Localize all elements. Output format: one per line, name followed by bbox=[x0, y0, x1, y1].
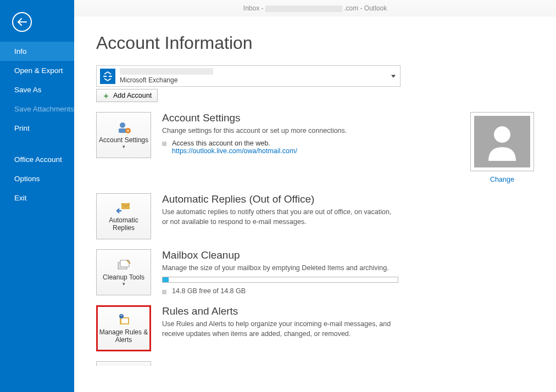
account-settings-icon bbox=[116, 121, 131, 134]
window-titlebar: Inbox - .com - Outlook bbox=[74, 0, 556, 16]
back-button[interactable] bbox=[12, 12, 32, 32]
svg-point-6 bbox=[494, 126, 510, 143]
cleanup-tools-icon bbox=[116, 258, 131, 271]
section-title: Rules and Alerts bbox=[162, 305, 534, 317]
title-suffix: .com - Outlook bbox=[344, 4, 387, 12]
chevron-down-icon: ▾ bbox=[123, 144, 125, 149]
storage-fill bbox=[163, 277, 169, 282]
arrow-left-icon bbox=[17, 18, 27, 26]
sidebar-item-label: Exit bbox=[14, 194, 27, 202]
section-rules-alerts: Manage Rules & Alerts Rules and Alerts U… bbox=[96, 305, 534, 351]
sidebar-item-options[interactable]: Options bbox=[0, 169, 74, 188]
sidebar-item-label: Save As bbox=[14, 86, 42, 94]
tile-label: Cleanup Tools bbox=[103, 273, 144, 281]
tile-label: Automatic Replies bbox=[98, 216, 149, 232]
web-access-text: Access this account on the web. bbox=[172, 139, 297, 147]
storage-free-text: 14.8 GB free of 14.8 GB bbox=[172, 287, 246, 295]
section-desc: Use automatic replies to notify others t… bbox=[162, 208, 398, 227]
sidebar-item-label: Options bbox=[14, 175, 40, 183]
sidebar-item-info[interactable]: Info bbox=[0, 42, 74, 61]
page-title: Account Information bbox=[96, 33, 534, 53]
automatic-replies-icon bbox=[116, 201, 131, 214]
bullet-icon bbox=[162, 142, 166, 146]
sidebar-item-label: Info bbox=[14, 47, 27, 55]
automatic-replies-tile[interactable]: Automatic Replies bbox=[96, 193, 151, 239]
section-cutoff bbox=[96, 361, 534, 366]
svg-rect-11 bbox=[121, 318, 128, 323]
section-title: Automatic Replies (Out of Office) bbox=[162, 193, 534, 205]
sidebar-item-print[interactable]: Print bbox=[0, 119, 74, 138]
svg-point-12 bbox=[119, 314, 124, 318]
storage-bar bbox=[162, 277, 398, 283]
add-account-button[interactable]: ＋ Add Account bbox=[96, 89, 158, 102]
svg-rect-13 bbox=[121, 315, 123, 316]
chevron-down-icon bbox=[391, 75, 396, 77]
rules-alerts-icon bbox=[116, 313, 131, 326]
section-account-settings: Account Settings▾ Account Settings Chang… bbox=[96, 112, 534, 183]
sidebar-item-label: Save Attachments bbox=[14, 105, 74, 113]
title-redacted bbox=[265, 5, 342, 12]
section-mailbox-cleanup: Cleanup Tools▾ Mailbox Cleanup Manage th… bbox=[96, 249, 534, 295]
next-tile-cutoff bbox=[96, 361, 151, 366]
account-email-redacted bbox=[120, 68, 213, 75]
exchange-icon bbox=[100, 69, 115, 84]
owa-link[interactable]: https://outlook.live.com/owa/hotmail.com… bbox=[172, 147, 297, 155]
sidebar-item-label: Office Account bbox=[14, 155, 62, 164]
section-desc: Manage the size of your mailbox by empty… bbox=[162, 264, 398, 273]
cleanup-tools-tile[interactable]: Cleanup Tools▾ bbox=[96, 249, 151, 295]
sidebar-item-office-account[interactable]: Office Account bbox=[0, 150, 74, 169]
sidebar-item-open-export[interactable]: Open & Export bbox=[0, 61, 74, 80]
chevron-down-icon: ▾ bbox=[123, 281, 125, 287]
sidebar-item-exit[interactable]: Exit bbox=[0, 188, 74, 208]
sidebar-item-save-attachments: Save Attachments bbox=[0, 99, 74, 119]
plus-icon: ＋ bbox=[102, 92, 110, 99]
avatar-placeholder bbox=[474, 116, 530, 167]
section-desc: Use Rules and Alerts to help organize yo… bbox=[162, 320, 398, 339]
sidebar-item-label: Print bbox=[14, 124, 30, 132]
manage-rules-alerts-tile[interactable]: Manage Rules & Alerts bbox=[96, 305, 151, 351]
sidebar-item-label: Open & Export bbox=[14, 66, 63, 75]
tile-label: Manage Rules & Alerts bbox=[99, 328, 148, 344]
account-selector[interactable]: Microsoft Exchange bbox=[96, 65, 401, 87]
section-desc: Change settings for this account or set … bbox=[162, 126, 398, 136]
tile-label: Account Settings bbox=[99, 136, 148, 144]
backstage-sidebar: Info Open & Export Save As Save Attachme… bbox=[0, 0, 74, 392]
svg-point-2 bbox=[120, 122, 125, 128]
svg-rect-3 bbox=[119, 128, 126, 133]
title-prefix: Inbox - bbox=[243, 4, 265, 12]
sidebar-item-save-as[interactable]: Save As bbox=[0, 80, 74, 99]
section-title: Account Settings bbox=[162, 112, 446, 124]
section-title: Mailbox Cleanup bbox=[162, 249, 534, 261]
account-type: Microsoft Exchange bbox=[120, 76, 177, 84]
change-photo-link[interactable]: Change bbox=[470, 176, 534, 183]
main-content: Account Information Microsoft Exchange ＋… bbox=[74, 16, 556, 392]
add-account-label: Add Account bbox=[113, 92, 152, 99]
account-settings-tile[interactable]: Account Settings▾ bbox=[96, 112, 151, 158]
bullet-icon bbox=[162, 290, 166, 294]
svg-point-5 bbox=[127, 130, 129, 132]
section-automatic-replies: Automatic Replies Automatic Replies (Out… bbox=[96, 193, 534, 239]
avatar-frame bbox=[470, 112, 534, 171]
